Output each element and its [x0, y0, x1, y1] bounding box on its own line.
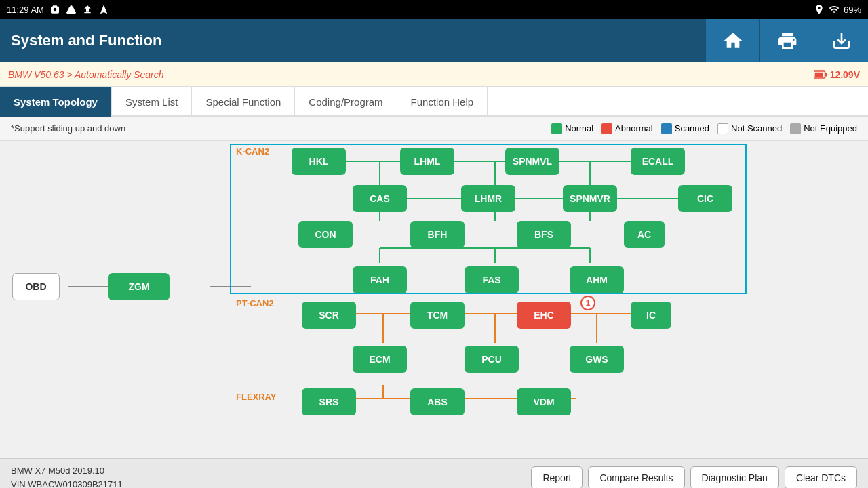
location-icon [814, 4, 825, 15]
breadcrumb-bar: BMW V50.63 > Automatically Search 12.09V [0, 62, 868, 87]
svg-rect-2 [814, 72, 823, 77]
node-tcm[interactable]: TCM [410, 302, 465, 329]
status-bar: 11:29 AM 69% [0, 0, 868, 19]
nav-icon [98, 4, 109, 15]
node-spnmvl[interactable]: SPNMVL [505, 148, 559, 175]
compare-results-button[interactable]: Compare Results [588, 466, 684, 489]
home-icon [722, 30, 744, 52]
node-vdm[interactable]: VDM [517, 388, 571, 415]
clear-dtcs-button[interactable]: Clear DTCs [785, 466, 857, 489]
not-equipped-label: Not Equipped [804, 123, 857, 134]
node-cic[interactable]: CIC [678, 185, 732, 212]
tab-special-function[interactable]: Special Function [192, 87, 295, 117]
not-scanned-dot [717, 123, 728, 134]
svg-rect-1 [825, 73, 827, 76]
node-ecall[interactable]: ECALL [631, 148, 685, 175]
topology-area: K-CAN2 PT-CAN2 FLEXRAY OBD ZGM HKL LHML … [0, 141, 868, 458]
upload-icon [82, 4, 93, 15]
node-ecm[interactable]: ECM [353, 346, 407, 373]
tab-system-topology[interactable]: System Topology [0, 87, 112, 117]
node-lhmr[interactable]: LHMR [461, 185, 515, 212]
node-gws[interactable]: GWS [570, 346, 624, 373]
normal-label: Normal [565, 123, 593, 134]
tab-coding-program[interactable]: Coding/Program [295, 87, 397, 117]
scanned-label: Scanned [675, 123, 709, 134]
legend-abnormal: Abnormal [601, 123, 653, 134]
camera-icon [50, 4, 60, 15]
node-obd[interactable]: OBD [12, 273, 60, 300]
header: System and Function [0, 19, 868, 62]
status-bar-right: 69% [814, 4, 861, 15]
node-lhml[interactable]: LHML [400, 148, 454, 175]
settings-icon [66, 4, 77, 15]
battery-info: 12.09V [814, 69, 860, 80]
node-zgm[interactable]: ZGM [108, 273, 170, 300]
node-ic[interactable]: IC [631, 302, 671, 329]
abnormal-label: Abnormal [615, 123, 653, 134]
vehicle-info: BMW X7 M50d 2019.10 VIN WBACW010309B2171… [11, 464, 123, 488]
ehc-badge: 1 [580, 296, 595, 310]
bottom-bar: BMW X7 M50d 2019.10 VIN WBACW010309B2171… [0, 458, 868, 488]
legend-normal: Normal [551, 123, 593, 134]
tab-function-help[interactable]: Function Help [397, 87, 488, 117]
print-button[interactable] [760, 19, 814, 62]
node-fas[interactable]: FAS [465, 266, 519, 293]
abnormal-dot [601, 123, 612, 134]
vehicle-model: BMW X7 M50d 2019.10 [11, 464, 123, 478]
node-hkl[interactable]: HKL [292, 148, 346, 175]
kcan2-label: K-CAN2 [236, 146, 269, 157]
node-fah[interactable]: FAH [353, 266, 407, 293]
node-ehc[interactable]: EHC [517, 302, 571, 329]
diagnostic-plan-button[interactable]: Diagnostic Plan [690, 466, 779, 489]
battery-percent: 69% [844, 5, 861, 15]
node-ahm[interactable]: AHM [570, 266, 624, 293]
legend-bar: *Support sliding up and down Normal Abno… [0, 117, 868, 141]
flexray-label: FLEXRAY [236, 392, 276, 402]
tab-system-list[interactable]: System List [112, 87, 193, 117]
wifi-icon [829, 4, 840, 15]
export-icon [831, 30, 852, 52]
app-title: System and Function [11, 32, 161, 49]
normal-dot [551, 123, 562, 134]
node-bfh[interactable]: BFH [410, 221, 465, 248]
node-scr[interactable]: SCR [302, 302, 356, 329]
legend-not-equipped: Not Equipped [790, 123, 857, 134]
home-button[interactable] [705, 19, 760, 62]
battery-voltage: 12.09V [830, 69, 860, 80]
not-scanned-label: Not Scanned [731, 123, 782, 134]
tab-bar: System Topology System List Special Func… [0, 87, 868, 117]
vehicle-vin: VIN WBACW010309B21711 [11, 478, 123, 489]
report-button[interactable]: Report [531, 466, 583, 489]
status-bar-left: 11:29 AM [7, 4, 109, 15]
node-cas[interactable]: CAS [353, 185, 407, 212]
node-bfs[interactable]: BFS [517, 221, 571, 248]
export-button[interactable] [814, 19, 868, 62]
print-icon [776, 30, 798, 52]
node-ac[interactable]: AC [624, 221, 665, 248]
legend-items: Normal Abnormal Scanned Not Scanned Not … [551, 123, 857, 134]
support-text: *Support sliding up and down [11, 123, 125, 134]
legend-scanned: Scanned [661, 123, 709, 134]
header-buttons [705, 19, 868, 62]
breadcrumb: BMW V50.63 > Automatically Search [8, 69, 163, 80]
time-display: 11:29 AM [7, 5, 44, 15]
node-pcu[interactable]: PCU [465, 346, 519, 373]
not-equipped-dot [790, 123, 801, 134]
scanned-dot [661, 123, 672, 134]
action-buttons: Report Compare Results Diagnostic Plan C… [531, 466, 857, 489]
node-abs[interactable]: ABS [410, 388, 465, 415]
node-spnmvr[interactable]: SPNMVR [563, 185, 617, 212]
battery-icon [814, 69, 827, 80]
node-con[interactable]: CON [298, 221, 353, 248]
node-srs[interactable]: SRS [302, 388, 356, 415]
ptcan2-label: PT-CAN2 [236, 298, 274, 308]
legend-not-scanned: Not Scanned [717, 123, 782, 134]
